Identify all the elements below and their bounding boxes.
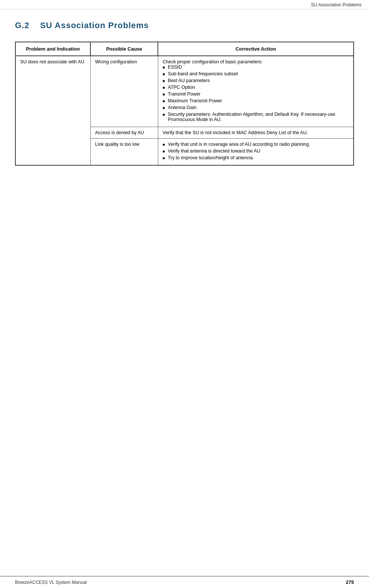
list-item: Try to improve location/height of antenn… — [163, 155, 349, 160]
page-footer: BreezeACCESS VL System Manual 275 — [0, 576, 369, 588]
action-cell-2: Verify that the SU is not included in MA… — [158, 127, 354, 139]
list-item: ESSID — [163, 64, 349, 70]
col-header-problem: Problem and Indication — [15, 42, 90, 56]
list-item: Maximum Transmit Power — [163, 98, 349, 103]
footer-left-text: BreezeACCESS VL System Manual — [15, 580, 87, 585]
header-title: SU Association Problems — [311, 2, 362, 7]
cause-cell-3: Link quality is too low — [90, 139, 158, 166]
list-item: Antenna Gain — [163, 105, 349, 110]
action-cell-1: Check proper configuration of basic para… — [158, 56, 354, 127]
page-content: G.2 SU Association Problems Problem and … — [0, 9, 369, 188]
list-item: Transmit Power — [163, 91, 349, 97]
list-item: ATPC Option — [163, 85, 349, 90]
problems-table: Problem and Indication Possible Cause Co… — [15, 42, 354, 166]
section-name: SU Association Problems — [40, 21, 149, 30]
action-cell-3: Verify that unit is in coverage area of … — [158, 139, 354, 166]
list-item: Sub-band and frequencies subset — [163, 71, 349, 76]
list-item: Security parameters: Authentication Algo… — [163, 112, 349, 122]
footer-page-number: 275 — [346, 579, 354, 585]
list-item: Best AU parameters — [163, 78, 349, 83]
section-id: G.2 — [15, 21, 29, 30]
table-row: SU does not associate with AU Wrong conf… — [15, 56, 354, 127]
col-header-action: Corrective Action — [158, 42, 354, 56]
col-header-cause: Possible Cause — [90, 42, 158, 56]
list-item: Verify that antenna is directed toward t… — [163, 148, 349, 154]
problem-cell: SU does not associate with AU — [15, 56, 90, 165]
section-title: G.2 SU Association Problems — [15, 21, 354, 30]
page-header: SU Association Problems — [0, 0, 369, 9]
cause-cell-2: Access is denied by AU — [90, 127, 158, 139]
list-item: Verify that unit is in coverage area of … — [163, 142, 349, 147]
cause-cell-1: Wrong configuration — [90, 56, 158, 127]
